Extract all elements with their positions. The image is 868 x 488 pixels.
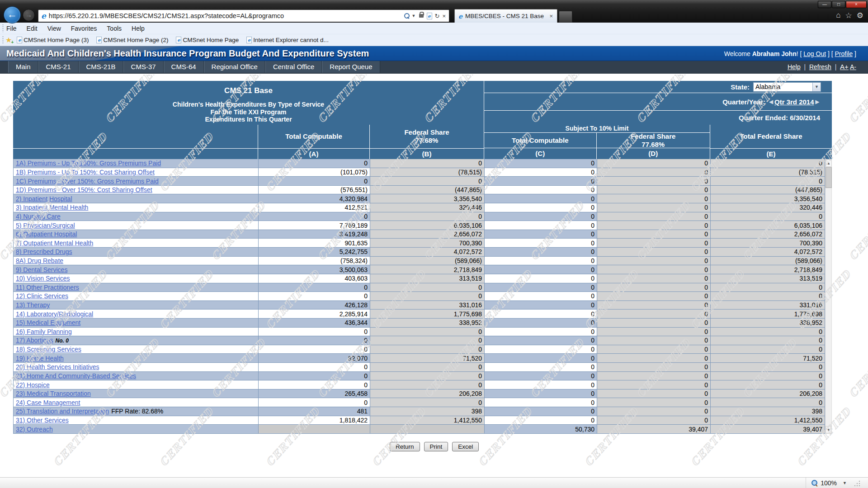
row-label-link[interactable]: 18) Screening Services	[16, 346, 81, 353]
favorite-link[interactable]: e CMSnet Home Page (3)	[15, 37, 89, 43]
cell-limit-total-computable[interactable]: 0	[485, 398, 597, 407]
help-link[interactable]: Help	[788, 63, 801, 70]
cell-limit-total-computable[interactable]: 0	[485, 239, 597, 248]
cell-total-computable[interactable]: 0	[259, 372, 370, 381]
cell-limit-total-computable[interactable]: 0	[485, 186, 597, 195]
nav-tab[interactable]: CMS-37	[123, 61, 164, 73]
row-label-link[interactable]: 12) Clinic Services	[16, 292, 68, 300]
close-button[interactable]: ×	[846, 1, 867, 8]
refresh-icon[interactable]: ↻	[435, 13, 440, 19]
row-label-link[interactable]: 7) Outpatient Mental Health	[16, 239, 93, 247]
quarter-prev-icon[interactable]: ◀	[769, 99, 773, 105]
compatibility-view-icon[interactable]: e	[427, 13, 432, 19]
cell-limit-total-computable[interactable]: 0	[485, 203, 597, 212]
font-decrease-link[interactable]: A-	[850, 63, 856, 70]
row-label-link[interactable]: 13) Therapy	[16, 301, 50, 309]
cell-limit-total-computable[interactable]: 0	[485, 159, 597, 168]
row-label-link[interactable]: 5) Physician/Surgical	[16, 222, 75, 229]
row-label-link[interactable]: 4) Nursing Care	[16, 213, 61, 220]
nav-tab[interactable]: Main	[8, 61, 38, 73]
cell-total-computable[interactable]: 426,128	[259, 301, 370, 310]
row-label-link[interactable]: 14) Laboratory/Radiological	[16, 310, 93, 318]
cell-total-computable[interactable]: 1,818,422	[259, 416, 370, 425]
quarter-next-icon[interactable]: ▶	[816, 99, 819, 105]
row-label-link[interactable]: 10) Vision Services	[16, 275, 70, 282]
refresh-link[interactable]: Refresh	[809, 63, 831, 70]
favorite-link[interactable]: e CMSnet Home Page	[175, 37, 239, 43]
cell-total-computable[interactable]: 0	[259, 345, 370, 354]
cell-total-computable[interactable]: 4,320,984	[259, 194, 370, 203]
menu-item[interactable]: Tools	[107, 25, 122, 32]
cell-total-computable[interactable]: 5,242,755	[259, 248, 370, 257]
cell-total-computable[interactable]: 92,070	[259, 354, 370, 363]
cell-limit-total-computable[interactable]: 0	[485, 372, 597, 381]
cell-limit-total-computable[interactable]: 0	[485, 319, 597, 328]
cell-limit-total-computable[interactable]: 0	[485, 248, 597, 257]
cell-total-computable[interactable]	[259, 425, 370, 434]
font-increase-link[interactable]: A+	[840, 63, 849, 70]
action-button[interactable]: Return	[390, 442, 420, 451]
row-label-link[interactable]: 6) Outpatient Hospital	[16, 230, 77, 238]
row-label-link[interactable]: 8A) Drug Rebate	[16, 257, 63, 264]
cell-total-computable[interactable]: 0	[259, 328, 370, 337]
row-label-link[interactable]: 20) Health Services Initiatives	[16, 363, 99, 371]
cell-total-computable[interactable]: 0	[259, 177, 370, 186]
row-label-link[interactable]: 25) Translation and Interpretation	[16, 408, 109, 415]
maximize-button[interactable]: □	[832, 1, 845, 8]
cell-total-computable[interactable]: 436,344	[259, 319, 370, 328]
autocomplete-dropdown-icon[interactable]: ▼	[412, 14, 416, 18]
row-label-link[interactable]: 15) Medical Equipment	[16, 319, 80, 326]
new-tab-button[interactable]	[559, 11, 572, 23]
search-icon[interactable]	[404, 13, 410, 19]
menu-item[interactable]: Favorites	[71, 25, 97, 32]
cell-total-computable[interactable]: 0	[259, 380, 370, 389]
cell-limit-total-computable[interactable]: 0	[485, 177, 597, 186]
cell-total-computable[interactable]: (758,324)	[259, 257, 370, 266]
menu-item[interactable]: File	[6, 25, 17, 32]
cell-limit-total-computable[interactable]: 0	[485, 265, 597, 274]
cell-limit-total-computable[interactable]: 0	[485, 310, 597, 319]
row-label-link[interactable]: 11) Other Practitioners	[16, 284, 79, 291]
cell-total-computable[interactable]: (101,075)	[259, 168, 370, 177]
scrollbar-thumb[interactable]	[826, 167, 832, 188]
row-label-link[interactable]: 24) Case Management	[16, 399, 80, 406]
favorite-link[interactable]: e Internet Explorer cannot d...	[245, 37, 329, 43]
row-label-link[interactable]: 1C) Premiums - Over 150%: Gross Premiums…	[16, 178, 159, 185]
nav-tab[interactable]: Regional Office	[204, 61, 265, 73]
tab-close-icon[interactable]: ×	[548, 13, 554, 19]
cell-total-computable[interactable]: (576,551)	[259, 186, 370, 195]
cell-total-computable[interactable]: 0	[259, 363, 370, 372]
nav-tab[interactable]: CMS-64	[164, 61, 204, 73]
row-label-link[interactable]: 17) Abortions	[16, 337, 53, 344]
row-label-link[interactable]: 2) Inpatient Hospital	[16, 195, 72, 202]
row-label-link[interactable]: 9) Dental Services	[16, 266, 67, 273]
cell-limit-total-computable[interactable]: 0	[485, 354, 597, 363]
cell-total-computable[interactable]: 901,635	[259, 239, 370, 248]
nav-tab[interactable]: CMS-21	[38, 61, 79, 73]
row-label-link[interactable]: 1D) Premiums - Over 150%: Cost Sharing O…	[16, 186, 152, 193]
cell-limit-total-computable[interactable]: 50,730	[485, 425, 597, 434]
forward-button[interactable]: →	[23, 9, 35, 21]
scroll-down-icon[interactable]: ▼	[826, 426, 832, 433]
row-label-link[interactable]: 23) Medical Transportation	[16, 390, 91, 397]
row-label-link[interactable]: 21) Home And Community-Based Services	[16, 372, 136, 380]
chevron-down-icon[interactable]: ▼	[812, 83, 821, 91]
address-bar[interactable]: e https://65.220.21.9/MBESCBES/CMS21/CMS…	[38, 9, 449, 22]
cell-total-computable[interactable]: 403,603	[259, 274, 370, 283]
favorites-star-icon[interactable]: ☆	[845, 11, 852, 20]
browser-tab[interactable]: e MBES/CBES - CMS 21 Base ×	[454, 9, 557, 23]
cell-limit-total-computable[interactable]: 0	[485, 301, 597, 310]
cell-limit-total-computable[interactable]: 0	[485, 336, 597, 345]
cell-limit-total-computable[interactable]: 0	[485, 194, 597, 203]
cell-total-computable[interactable]: 3,419,248	[259, 230, 370, 239]
back-button[interactable]: ←	[4, 6, 21, 23]
table-scrollbar[interactable]: ▲ ▼	[825, 159, 832, 434]
logout-link[interactable]: Log Out	[803, 50, 826, 57]
cell-limit-total-computable[interactable]: 0	[485, 328, 597, 337]
cell-total-computable[interactable]: 412,521	[259, 203, 370, 212]
add-favorite-icon[interactable]: ★	[5, 36, 12, 44]
menu-item[interactable]: Edit	[27, 25, 38, 32]
menu-item[interactable]: View	[47, 25, 61, 32]
cell-total-computable[interactable]: 7,769,189	[259, 221, 370, 230]
zoom-control[interactable]: 100% ▼	[806, 478, 868, 488]
